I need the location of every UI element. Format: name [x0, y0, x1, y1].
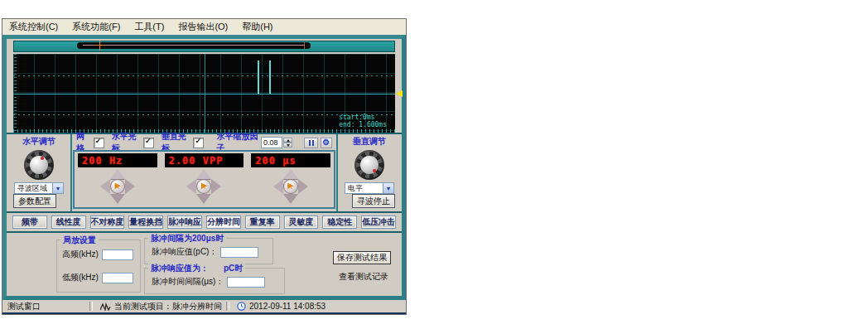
- right-separator: [336, 134, 338, 211]
- scrollbar-thumb[interactable]: [77, 42, 311, 49]
- vertical-adjust-panel: 垂直调节 电平 ▼: [340, 136, 399, 194]
- test-settings-panel: 局放设置 高频(kHz) 低频(kHz) 脉冲间隔为200μs时 脉冲响应值(p…: [7, 231, 402, 296]
- pulse-interval-group: 脉冲间隔为200μs时 脉冲响应值(pC)：: [144, 238, 273, 264]
- test-tab-sensitivity[interactable]: 灵敏度: [284, 215, 319, 229]
- view-records-link[interactable]: 查看测试记录: [339, 271, 388, 283]
- horizontal-adjust-label: 水平调节: [9, 136, 69, 148]
- test-tab-repetition-rate[interactable]: 重复率: [245, 215, 280, 229]
- arrow-right-button[interactable]: [211, 179, 221, 194]
- hand-pointer-icon: [114, 183, 122, 191]
- arrow-left-button[interactable]: [186, 179, 196, 194]
- status-bar: 测试窗口 当前测试项目：脉冲分辨时间 2012-09-11 14:08:53: [2, 300, 406, 314]
- amplitude-display: 2.00 VPP: [165, 153, 244, 167]
- pulse-response-group: 脉冲响应值为：pC时 脉冲时间间隔(μs)：: [144, 268, 285, 294]
- amplitude-arrow-pad: [186, 169, 221, 204]
- test-tab-linearity[interactable]: 线性度: [51, 215, 86, 229]
- hand-pointer-icon: [287, 183, 294, 191]
- spinner-down-button[interactable]: [283, 143, 292, 148]
- slider-cursor-marker[interactable]: [95, 41, 104, 51]
- horizontal-adjust-knob[interactable]: [24, 150, 54, 180]
- arrow-pad-row: [75, 169, 334, 204]
- frequency-arrow-pad: [100, 169, 135, 204]
- arrow-up-button[interactable]: [196, 169, 211, 179]
- pulse-response-group-title: 脉冲响应值为：pC时: [148, 263, 245, 274]
- current-test-label: 当前测试项目：脉冲分辨时间: [114, 301, 222, 312]
- vertical-mode-value: 电平: [348, 183, 363, 194]
- chevron-down-icon[interactable]: ▼: [52, 183, 63, 193]
- pulse-trace: [269, 61, 271, 94]
- test-tab-resolution-time[interactable]: 分辨时间: [206, 215, 241, 229]
- screen-canvas: 系统控制(C) 系统功能(F) 工具(T) 报告输出(O) 帮助(H): [0, 0, 868, 334]
- triangle-down-icon: [287, 144, 290, 147]
- knob-indicator-dot: [41, 157, 44, 160]
- h-cursor-checkbox[interactable]: [143, 138, 154, 148]
- trigger-level-marker-icon[interactable]: [396, 90, 403, 97]
- horizontal-mode-dropdown[interactable]: 寻波区域 ▼: [14, 182, 64, 194]
- arrow-left-button[interactable]: [100, 179, 110, 194]
- frequency-display: 200 Hz: [78, 153, 157, 167]
- pulse-time-interval-label: 脉冲时间间隔(μs)：: [152, 276, 224, 288]
- scope-plot[interactable]: start:0ms end: 1.600ms: [13, 54, 395, 133]
- clock-icon: [237, 302, 246, 311]
- menu-bar: 系统控制(C) 系统功能(F) 工具(T) 报告输出(O) 帮助(H): [2, 19, 406, 35]
- pad-center-button[interactable]: [283, 179, 298, 194]
- arrow-right-button[interactable]: [298, 179, 308, 194]
- test-tab-asymmetry[interactable]: 不对称度: [90, 215, 125, 229]
- test-tab-stability[interactable]: 稳定性: [322, 215, 357, 229]
- menu-system-control[interactable]: 系统控制(C): [9, 21, 58, 33]
- status-divider: [226, 302, 229, 311]
- menu-report-output[interactable]: 报告输出(O): [178, 21, 228, 33]
- chevron-down-icon[interactable]: ▼: [383, 183, 393, 193]
- left-separator: [70, 134, 72, 211]
- v-cursor-checkbox[interactable]: [193, 138, 204, 148]
- arrow-down-button[interactable]: [283, 194, 298, 204]
- low-freq-input[interactable]: [102, 273, 133, 283]
- vertical-adjust-knob[interactable]: [354, 150, 384, 180]
- arrow-down-button[interactable]: [196, 194, 211, 204]
- test-tab-range-shift[interactable]: 量程换挡: [128, 215, 163, 229]
- arrow-right-button[interactable]: [125, 179, 135, 194]
- pd-settings-title: 局放设置: [60, 235, 99, 246]
- pause-button[interactable]: [304, 138, 317, 148]
- pad-center-button[interactable]: [196, 179, 211, 194]
- hand-pointer-icon: [200, 183, 208, 191]
- arrow-up-button[interactable]: [110, 169, 125, 179]
- pulse-response-label: 脉冲响应值(pC)：: [152, 246, 217, 258]
- zoom-factor-spinner: [283, 138, 292, 148]
- high-freq-input[interactable]: [102, 249, 133, 260]
- menu-tools[interactable]: 工具(T): [134, 21, 164, 33]
- zoom-factor-value[interactable]: 0.08: [261, 137, 282, 148]
- pulse-waveform-icon: [100, 303, 111, 311]
- high-freq-label: 高频(kHz): [62, 249, 99, 260]
- horizontal-mode-value: 寻波区域: [17, 183, 47, 194]
- led-display-row: 200 Hz 2.00 VPP 200 μs: [75, 152, 334, 167]
- stop-wave-search-button[interactable]: 寻波停止: [352, 194, 395, 208]
- test-tab-low-voltage[interactable]: 低压冲击: [361, 215, 396, 229]
- vertical-mode-dropdown[interactable]: 电平 ▼: [345, 182, 394, 194]
- main-window: start:0ms end: 1.600ms 水平调节 寻波区域 ▼: [2, 35, 406, 300]
- interval-arrow-pad: [273, 169, 308, 204]
- pulse-time-interval-input[interactable]: [227, 277, 265, 288]
- settings-button[interactable]: ⚙: [321, 138, 332, 148]
- menu-system-function[interactable]: 系统功能(F): [72, 21, 120, 33]
- pd-settings-group: 局放设置 高频(kHz) 低频(kHz): [56, 240, 141, 293]
- waveform-range-slider[interactable]: [13, 41, 395, 52]
- pd-test-application-window: 系统控制(C) 系统功能(F) 工具(T) 报告输出(O) 帮助(H): [2, 19, 406, 314]
- scope-end-label: end: 1.600ms: [339, 121, 387, 128]
- param-config-button[interactable]: 参数配置: [13, 194, 56, 208]
- gear-icon: ⚙: [322, 138, 330, 147]
- readout-panel: 200 Hz 2.00 VPP 200 μs: [73, 150, 335, 209]
- grid-checkbox[interactable]: [94, 138, 104, 148]
- menu-help[interactable]: 帮助(H): [242, 21, 272, 33]
- arrow-down-button[interactable]: [110, 194, 125, 204]
- pad-center-button[interactable]: [110, 179, 125, 194]
- scope-time-labels: start:0ms end: 1.600ms: [339, 114, 387, 128]
- save-results-button[interactable]: 保存测试结果: [333, 251, 391, 264]
- arrow-up-button[interactable]: [283, 169, 298, 179]
- test-item-button-row: 频带 线性度 不对称度 量程换挡 脉冲响应 分辨时间 重复率 灵敏度 稳定性 低…: [7, 211, 402, 231]
- test-tab-band[interactable]: 频带: [12, 215, 47, 229]
- status-divider: [89, 302, 93, 311]
- pulse-response-input[interactable]: [220, 247, 258, 258]
- arrow-left-button[interactable]: [273, 179, 283, 194]
- test-tab-pulse-response[interactable]: 脉冲响应: [167, 215, 202, 229]
